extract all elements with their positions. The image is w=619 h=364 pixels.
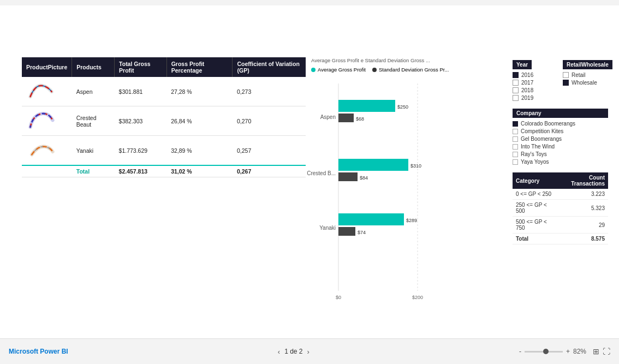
checkbox-2017-empty [513, 80, 519, 86]
company-option-intowind[interactable]: Into The Wind [513, 144, 608, 150]
bar-yanaki-std [338, 227, 355, 236]
year-option-2017[interactable]: 2017 [513, 80, 556, 86]
company-option-competition[interactable]: Competition Kites [513, 128, 608, 134]
total-cv: 0,267 [233, 165, 306, 177]
company-option-yaya[interactable]: Yaya Yoyos [513, 159, 608, 165]
axis-label-200: $200 [412, 295, 423, 300]
year-label-2018: 2018 [521, 87, 533, 93]
product-name-yanaki: Yanaki [72, 136, 115, 166]
category-row: 250 <= GP < 500 5.323 [513, 200, 608, 217]
product-picture-crested [22, 106, 72, 136]
swatch-competition [513, 129, 518, 134]
year-label-2016: 2016 [521, 72, 533, 78]
checkbox-retail [563, 72, 569, 78]
swatch-rays [513, 152, 518, 157]
company-label-yaya: Yaya Yoyos [521, 159, 549, 165]
bottom-bar: Microsoft Power BI ‹ 1 de 2 › - + 82% ⊞ … [0, 338, 619, 364]
table-section: ProductPicture Products Total Gross Prof… [22, 57, 306, 177]
count-cell-0: 3.223 [556, 189, 608, 200]
company-filter-header: Company [513, 109, 608, 118]
fullscreen-icon[interactable]: ⛶ [603, 347, 610, 356]
bar-crested-std [338, 172, 358, 181]
total-gp-crested: $382.303 [115, 106, 167, 136]
retail-label: Retail [572, 72, 586, 78]
company-label-gel: Gel Boomerangs [521, 136, 562, 142]
company-option-gel[interactable]: Gel Boomerangs [513, 136, 608, 142]
legend-label-avg: Average Gross Profit [318, 67, 366, 73]
zoom-slider[interactable] [525, 351, 563, 353]
legend-avg: Average Gross Profit [311, 67, 366, 73]
year-filter: Year 2016 2017 2018 [513, 60, 556, 101]
chart-product-yanaki: Yanaki [319, 225, 336, 231]
zoom-minus-button[interactable]: - [519, 348, 521, 355]
bar-label-crested-avg: $310 [410, 163, 421, 169]
company-option-colorado[interactable]: Colorado Boomerangs [513, 121, 608, 127]
right-panel: Year 2016 2017 2018 [513, 60, 608, 244]
cv-aspen: 0,273 [233, 77, 306, 106]
product-name-crested: Crested Beaut [72, 106, 115, 136]
company-filter: Company Colorado Boomerangs Competition … [513, 109, 608, 165]
zoom-level: 82% [573, 348, 586, 355]
year-option-2018[interactable]: 2018 [513, 87, 556, 93]
product-picture-yanaki [22, 136, 72, 166]
retail-wholesale-header: RetailWholesale [563, 60, 612, 69]
checkbox-2018-empty [513, 87, 519, 93]
retail-options: Retail Wholesale [563, 72, 606, 86]
retail-option[interactable]: Retail [563, 72, 606, 78]
year-option-2019[interactable]: 2019 [513, 95, 556, 101]
swatch-intowind [513, 144, 518, 150]
total-label-pic [22, 165, 72, 177]
zoom-plus-button[interactable]: + [566, 348, 570, 355]
cv-yanaki: 0,257 [233, 136, 306, 166]
company-label-rays: Ray's Toys [521, 151, 547, 157]
category-cell-0: 0 <= GP < 250 [513, 189, 556, 200]
chart-title: Average Gross Profit e Standard Deviatio… [311, 57, 459, 63]
chart-product-crested: Crested B... [307, 170, 336, 176]
table-row: Aspen $301.881 27,28 % 0,273 [22, 77, 306, 106]
cv-crested: 0,270 [233, 106, 306, 136]
count-cell-1: 5.323 [556, 200, 608, 217]
gp-pct-crested: 26,84 % [166, 106, 233, 136]
year-label-2017: 2017 [521, 80, 533, 86]
total-gp-pct: 31,02 % [166, 165, 233, 177]
category-row: 0 <= GP < 250 3.223 [513, 189, 608, 200]
wholesale-option[interactable]: Wholesale [563, 80, 606, 86]
company-label-intowind: Into The Wind [521, 144, 555, 150]
bar-label-yanaki-avg: $289 [406, 218, 417, 223]
year-option-2016[interactable]: 2016 [513, 72, 556, 78]
legend-dot-avg [311, 68, 316, 72]
col-cv: Coefficient of Variation (GP) [233, 57, 306, 77]
page-next-button[interactable]: › [307, 348, 310, 356]
zoom-controls: - + 82% ⊞ ⛶ [519, 347, 610, 356]
fit-page-icon[interactable]: ⊞ [593, 347, 599, 356]
total-gp: $2.457.813 [115, 165, 167, 177]
count-col-header: Count Transactions [556, 172, 608, 189]
bar-crested-avg [338, 159, 408, 171]
bar-label-aspen-std: $68 [356, 116, 364, 122]
page-prev-button[interactable]: ‹ [278, 348, 280, 356]
bar-aspen-avg [338, 100, 395, 112]
swatch-yaya [513, 159, 518, 165]
total-row: Total $2.457.813 31,02 % 0,267 [22, 165, 306, 177]
category-table: Category Count Transactions 0 <= GP < 25… [513, 172, 608, 244]
col-product-picture: ProductPicture [22, 57, 72, 77]
category-total-count: 8.575 [556, 234, 608, 244]
year-label-2019: 2019 [521, 95, 533, 101]
boomerang-icon-aspen [28, 81, 55, 103]
main-container: ProductPicture Products Total Gross Prof… [0, 5, 619, 344]
bar-aspen-std [338, 114, 354, 122]
bar-label-crested-std: $84 [360, 175, 368, 181]
legend-dot-std [372, 68, 377, 72]
count-cell-2: 29 [556, 217, 608, 234]
powerbi-link[interactable]: Microsoft Power BI [9, 348, 68, 355]
pagination: ‹ 1 de 2 › [278, 348, 310, 356]
product-picture-aspen [22, 77, 72, 106]
year-options: 2016 2017 2018 2019 [513, 72, 556, 101]
company-label-colorado: Colorado Boomerangs [521, 121, 575, 127]
bar-label-yanaki-std: $74 [358, 230, 366, 235]
data-table: ProductPicture Products Total Gross Prof… [22, 57, 306, 177]
boomerang-icon-crested [28, 110, 55, 132]
checkbox-2019-empty [513, 95, 519, 101]
category-cell-1: 250 <= GP < 500 [513, 200, 556, 217]
company-option-rays[interactable]: Ray's Toys [513, 151, 608, 157]
